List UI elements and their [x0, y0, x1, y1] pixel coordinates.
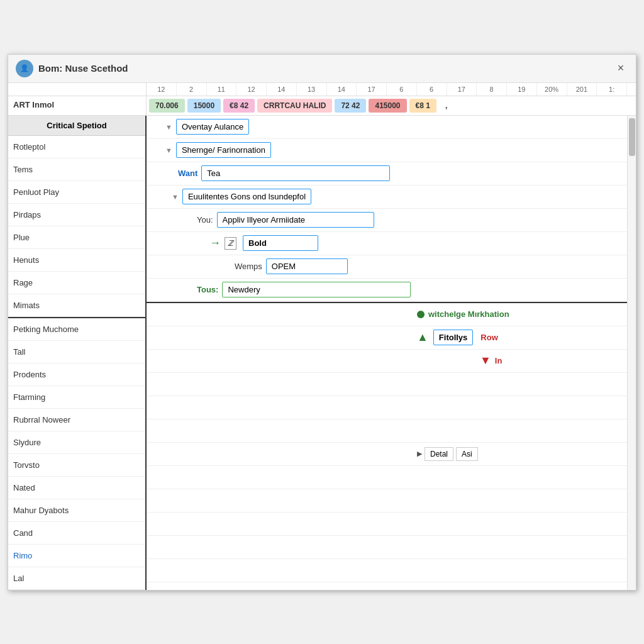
rimo-content — [147, 536, 154, 558]
col-number: 1: — [597, 83, 627, 96]
avatar: 👤 — [16, 60, 33, 77]
col-number: 11 — [207, 83, 237, 96]
row-tall: ▲ Fitollys Row — [147, 326, 627, 350]
window-title: Bom: Nuse Scethod — [38, 63, 128, 74]
left-row-item: Cand — [8, 522, 145, 545]
lal-content — [147, 559, 154, 582]
left-row-item: Petking Muchome — [8, 318, 145, 341]
row-mimats: Tous: Newdery — [147, 279, 627, 302]
torvsto-arrow: ▶ — [417, 450, 422, 458]
torvsto-btn1[interactable]: Detal — [425, 447, 453, 461]
scrollbar-spacer2 — [627, 96, 636, 115]
scrollbar-thumb[interactable] — [629, 118, 635, 156]
penluot-input[interactable] — [201, 165, 390, 181]
tems-content: ▼ Shernge/ Farinornation — [147, 139, 275, 162]
left-row-item: Slydure — [8, 431, 145, 454]
row-torvsto: ▶ Detal Asi — [147, 443, 627, 466]
col-number: 201 — [567, 83, 597, 96]
art-badge: 70.006 — [149, 99, 185, 113]
penluot-label: Want — [178, 169, 197, 178]
left-row-item: Torvsto — [8, 454, 145, 477]
ftarming-content — [147, 373, 154, 396]
row-tems: ▼ Shernge/ Farinornation — [147, 139, 627, 162]
col-number: 12 — [147, 83, 177, 96]
row-rimo — [147, 536, 627, 559]
henuts-italic: ℤ — [225, 237, 236, 250]
rotleptol-box[interactable]: Oventay Aulance — [176, 119, 249, 135]
left-row-item: Tems — [8, 158, 145, 181]
left-row-item: Rimo — [8, 545, 145, 567]
nated-content — [147, 466, 154, 489]
left-row-item: Prodents — [8, 364, 145, 386]
scrollbar[interactable] — [627, 116, 636, 590]
tems-box[interactable]: Shernge/ Farinornation — [176, 142, 271, 158]
row-cand — [147, 513, 627, 536]
petking-content: witchelge Mırkhation — [147, 303, 513, 326]
penluot-content: Want — [147, 162, 394, 185]
petking-dot — [417, 311, 425, 318]
left-row-item: Ftarming — [8, 386, 145, 409]
cand-content — [147, 513, 154, 535]
row-pirdaps: ▼ Euulitentes Gons ond lsundepfol — [147, 186, 627, 209]
tall-content: ▲ Fitollys Row — [147, 326, 502, 349]
row-plue: You: — [147, 209, 627, 232]
mahur-content — [147, 489, 154, 512]
mimats-input[interactable]: Newdery — [222, 282, 411, 297]
left-row-item: Nated — [8, 477, 145, 499]
row-slydure — [147, 419, 627, 443]
col-numbers: 122111214131417661781920%2011: — [147, 83, 627, 96]
table-body: Critical Spetiod RotleptolTemsPenluot Pl… — [8, 116, 636, 590]
col-header: 122111214131417661781920%2011: — [8, 83, 636, 96]
tall-arrow: ▲ — [417, 331, 428, 344]
col-number: 13 — [297, 83, 327, 96]
tall-label2: Row — [480, 333, 497, 342]
col-number: 17 — [447, 83, 477, 96]
art-row: ART Inmol 70.00615000€8 42CRRTCAU HALID7… — [8, 96, 636, 116]
col-number: 14 — [327, 83, 357, 96]
prodents-label: In — [495, 356, 502, 365]
col-number: 6 — [417, 83, 447, 96]
rubrral-content — [147, 396, 154, 419]
row-petking: witchelge Mırkhation — [147, 303, 627, 326]
art-badge: CRRTCAU HALID — [257, 99, 332, 113]
close-button[interactable]: × — [613, 61, 628, 76]
title-bar: 👤 Bom: Nuse Scethod × — [8, 55, 636, 83]
grid-rows: ▼ Oventay Aulance ▼ Shernge/ Farinornati… — [147, 116, 627, 582]
prodents-arrow: ▼ — [480, 354, 491, 367]
row-rotleptol: ▼ Oventay Aulance — [147, 116, 627, 139]
tall-label[interactable]: Fitollys — [433, 330, 474, 345]
grid-area: ▼ Oventay Aulance ▼ Shernge/ Farinornati… — [147, 116, 627, 590]
rotleptol-content: ▼ Oventay Aulance — [147, 116, 253, 138]
filter-icon-rotleptol: ▼ — [165, 123, 172, 131]
row-henuts: → ℤ Bold — [147, 232, 627, 255]
col-number: 12 — [236, 83, 267, 96]
prodents-content: ▼ In — [147, 350, 506, 372]
row-prodents: ▼ In — [147, 350, 627, 373]
left-row-item: Tall — [8, 341, 145, 364]
left-row-item: Lal — [8, 567, 145, 590]
left-col: Critical Spetiod RotleptolTemsPenluot Pl… — [8, 116, 147, 590]
left-row-item: Penluot Play — [8, 181, 145, 204]
rage-input[interactable]: OPEM — [266, 258, 348, 274]
row-rage: Wemps OPEM — [147, 255, 627, 279]
col-number: 2 — [177, 83, 207, 96]
torvsto-content: ▶ Detal Asi — [147, 443, 482, 465]
plue-label: You: — [197, 215, 213, 225]
col-number: 14 — [267, 83, 297, 96]
left-row-item: Mahur Dyabots — [8, 499, 145, 522]
torvsto-btn2[interactable]: Asi — [456, 447, 478, 461]
art-label: ART Inmol — [8, 96, 147, 115]
filter-icon-tems: ▼ — [165, 147, 172, 154]
left-row-item: Rotleptol — [8, 136, 145, 158]
mimats-content: Tous: Newdery — [147, 279, 414, 301]
scrollbar-spacer — [627, 83, 636, 96]
pirdaps-box[interactable]: Euulitentes Gons ond lsundepfol — [182, 189, 311, 204]
left-row-item: Rage — [8, 272, 145, 294]
col-number: 17 — [357, 83, 387, 96]
henuts-bold-box[interactable]: Bold — [243, 235, 318, 251]
rage-label: Wemps — [235, 262, 262, 271]
art-badge: , — [439, 99, 453, 113]
pirdaps-content: ▼ Euulitentes Gons ond lsundepfol — [147, 186, 315, 208]
plue-input[interactable] — [217, 212, 374, 228]
row-ftarming — [147, 373, 627, 396]
